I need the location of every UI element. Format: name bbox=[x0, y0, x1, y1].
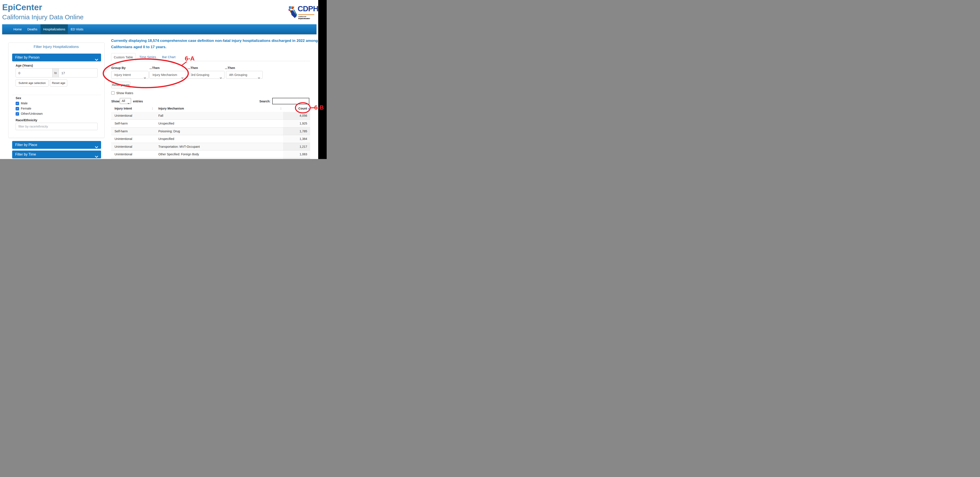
search-input[interactable] bbox=[272, 98, 309, 104]
table-row[interactable]: UnintentionalOther Specified: Foreign Bo… bbox=[111, 150, 310, 158]
status-text-line2: Californians aged 0 to 17 years. bbox=[111, 45, 166, 49]
annotation-leader-line-a bbox=[181, 62, 187, 66]
entries-suffix-label: entries bbox=[133, 100, 143, 103]
cell-count: 1,384 bbox=[283, 137, 307, 141]
table-row-partial bbox=[111, 158, 310, 159]
nav-item-ed-visits[interactable]: ED Visits bbox=[69, 24, 84, 34]
grouping-select-value: 3rd Grouping bbox=[191, 73, 209, 76]
sex-checkbox-other-unknown[interactable]: ✓ bbox=[16, 112, 19, 116]
reset-groups-button[interactable]: Reset groups bbox=[111, 82, 130, 88]
sex-checkbox-female[interactable]: ✓ bbox=[16, 107, 19, 110]
grouping-select-1-injury-intent[interactable]: Injury Intent bbox=[111, 71, 149, 79]
sort-both-icon[interactable]: ▲▼ bbox=[280, 107, 282, 110]
chevron-down-icon bbox=[220, 74, 222, 81]
cell-count: 1,925 bbox=[283, 122, 307, 125]
cell-count: 1,083 bbox=[283, 153, 307, 156]
cell-injury-intent: Unintentional bbox=[115, 114, 132, 118]
filter-by-time-header[interactable]: Filter by Time bbox=[12, 151, 101, 158]
column-header-injury-intent[interactable]: Injury Intent bbox=[115, 107, 132, 110]
table-row[interactable]: UnintentionalFall4,056 bbox=[111, 112, 310, 119]
cell-injury-intent: Unintentional bbox=[115, 137, 132, 141]
section-divider bbox=[12, 95, 101, 95]
grouping-label-3: ...Then bbox=[188, 66, 198, 70]
filter-by-place-header[interactable]: Filter by Place bbox=[12, 141, 101, 149]
sex-checkbox-male[interactable]: ✓ bbox=[16, 102, 19, 105]
logo-acronym: CDPH bbox=[298, 4, 318, 13]
cell-injury-intent: Self-harm bbox=[115, 122, 128, 125]
sex-option-label-male: Male bbox=[21, 102, 27, 105]
filter-by-person-header[interactable]: Filter by Person bbox=[12, 54, 101, 61]
chevron-down-icon bbox=[181, 74, 183, 81]
tab-custom-table[interactable]: Custom Table bbox=[111, 53, 136, 61]
chevron-down-icon bbox=[95, 56, 98, 64]
grouping-select-value: 4th Grouping bbox=[229, 73, 247, 76]
table-row[interactable]: Self-harmPoisoning: Drug1,785 bbox=[111, 127, 310, 135]
cell-count: 1,217 bbox=[283, 145, 307, 148]
race-ethnicity-label: Race/Ethnicity bbox=[16, 118, 37, 122]
epicenter-page: EpiCenter California Injury Data Online … bbox=[0, 0, 327, 159]
search-label: Search: bbox=[249, 100, 270, 103]
cell-injury-intent: Unintentional bbox=[115, 153, 132, 156]
show-entries-label: Show bbox=[111, 100, 119, 103]
cell-injury-mechanism: Other Specified: Foreign Body bbox=[158, 153, 199, 156]
site-subtitle: California Injury Data Online bbox=[2, 13, 84, 21]
entries-length-value: All bbox=[122, 99, 125, 103]
filter-by-time-label: Filter by Time bbox=[15, 153, 36, 156]
show-rates-label: Show Rates bbox=[116, 91, 133, 95]
cell-count: 4,056 bbox=[283, 114, 307, 118]
tab-bar-chart[interactable]: Bar Chart bbox=[162, 53, 176, 61]
age-to-input[interactable] bbox=[59, 68, 98, 78]
age-to-separator: to bbox=[52, 68, 59, 78]
table-header-row: Injury Intent ▲▼ Injury Mechanism ▲▼ Cou… bbox=[111, 105, 310, 112]
filter-by-place-label: Filter by Place bbox=[15, 143, 37, 146]
grouping-select-4-4th-grouping[interactable]: 4th Grouping bbox=[226, 71, 262, 79]
cell-injury-mechanism: Poisoning: Drug bbox=[158, 129, 180, 133]
chevron-down-icon bbox=[95, 143, 98, 151]
sex-option-label-other-unknown: Other/Unknown bbox=[21, 112, 43, 115]
nav-item-home[interactable]: Home bbox=[11, 24, 24, 34]
entries-length-select[interactable]: All bbox=[120, 98, 131, 104]
cell-injury-mechanism: Unspecified bbox=[158, 137, 174, 141]
sort-both-icon[interactable]: ▲▼ bbox=[151, 107, 154, 110]
sort-descending-icon[interactable]: ▼ bbox=[307, 108, 310, 110]
cdph-logo: CDPH California Department of Public Hea… bbox=[288, 6, 316, 19]
chevron-down-icon bbox=[258, 74, 260, 81]
submit-age-button[interactable]: Submit age selection bbox=[16, 80, 49, 87]
table-row[interactable]: UnintentionalUnspecified1,384 bbox=[111, 135, 310, 143]
grouping-label-2: ...Then bbox=[150, 66, 160, 70]
logo-org-line2: Public Health bbox=[298, 17, 309, 19]
cell-injury-intent: Self-harm bbox=[115, 129, 128, 133]
grouping-select-value: Injury Intent bbox=[114, 73, 131, 76]
tab-time-series[interactable]: Time Series bbox=[139, 53, 157, 61]
nav-item-deaths[interactable]: Deaths bbox=[25, 24, 39, 34]
cell-injury-intent: Unintentional bbox=[115, 145, 132, 148]
grouping-select-2-injury-mechanism[interactable]: Injury Mechanism bbox=[150, 71, 186, 79]
status-text-line1: Currently displaying 18,574 comprehensiv… bbox=[111, 39, 318, 43]
count-cell-shading bbox=[283, 158, 310, 159]
show-rates-checkbox[interactable] bbox=[111, 91, 115, 95]
cell-injury-mechanism: Unspecified bbox=[158, 122, 174, 125]
sex-label: Sex bbox=[16, 96, 21, 100]
race-ethnicity-input[interactable] bbox=[16, 123, 98, 130]
reset-age-button[interactable]: Reset age bbox=[50, 80, 67, 87]
california-state-icon bbox=[288, 6, 297, 18]
grouping-select-value: Injury Mechanism bbox=[153, 73, 177, 76]
table-row[interactable]: Self-harmUnspecified1,925 bbox=[111, 119, 310, 127]
grouping-select-3-3rd-grouping[interactable]: 3rd Grouping bbox=[188, 71, 224, 79]
main-nav: HomeDeathsHospitalizationsED Visits bbox=[2, 24, 317, 34]
chevron-down-icon bbox=[95, 153, 98, 159]
table-row[interactable]: UnintentionalTransportation: MVT-Occupan… bbox=[111, 143, 310, 151]
grouping-label-1: Group By bbox=[111, 66, 126, 70]
cell-injury-mechanism: Fall bbox=[158, 114, 163, 118]
sex-option-label-female: Female bbox=[21, 107, 31, 110]
chevron-down-icon bbox=[127, 100, 129, 106]
filter-panel-title: Filter Injury Hospitalizations bbox=[8, 45, 104, 49]
column-header-injury-mechanism[interactable]: Injury Mechanism bbox=[158, 107, 184, 110]
chevron-down-icon bbox=[144, 74, 146, 81]
site-title: EpiCenter bbox=[2, 3, 42, 12]
nav-item-hospitalizations[interactable]: Hospitalizations bbox=[41, 24, 68, 34]
column-header-count[interactable]: Count bbox=[283, 107, 307, 110]
age-from-input[interactable] bbox=[16, 68, 52, 78]
letterbox-right bbox=[318, 0, 327, 159]
age-label: Age (Years) bbox=[16, 64, 33, 67]
